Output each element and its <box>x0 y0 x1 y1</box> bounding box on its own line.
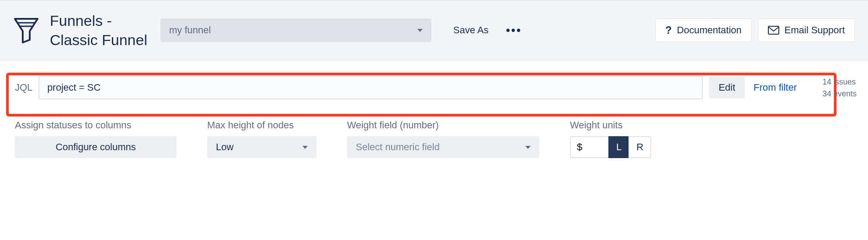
funnel-select-value: my funnel <box>169 25 211 36</box>
title-line1: Funnels - <box>50 11 147 30</box>
mail-icon <box>768 26 779 35</box>
max-height-value: Low <box>216 141 233 153</box>
edit-button[interactable]: Edit <box>709 77 745 99</box>
weight-field-label: Weight field (number) <box>347 120 539 131</box>
weight-units-control: L R <box>570 136 651 158</box>
page-title: Funnels - Classic Funnel <box>50 11 147 49</box>
assign-statuses-label: Assign statuses to columns <box>15 120 177 131</box>
weight-field-group: Weight field (number) Select numeric fie… <box>347 120 539 158</box>
email-support-label: Email Support <box>785 25 845 36</box>
title-line2: Classic Funnel <box>50 30 147 49</box>
assign-statuses-group: Assign statuses to columns Configure col… <box>15 120 177 158</box>
jql-row: JQL Edit From filter <box>13 76 855 99</box>
chevron-down-icon <box>417 29 423 32</box>
weight-field-select[interactable]: Select numeric field <box>347 136 539 158</box>
controls-row: Assign statuses to columns Configure col… <box>13 120 855 158</box>
question-icon: ? <box>665 24 672 36</box>
max-height-group: Max height of nodes Low <box>207 120 316 158</box>
save-as-button[interactable]: Save As <box>453 25 489 36</box>
max-height-label: Max height of nodes <box>207 120 316 131</box>
max-height-select[interactable]: Low <box>207 136 316 158</box>
unit-symbol-input[interactable] <box>570 136 609 158</box>
header-right: ? Documentation Email Support <box>655 18 855 42</box>
jql-input[interactable] <box>38 76 703 99</box>
content-area: 14 issues 34 events JQL Edit From filter… <box>0 60 868 171</box>
svg-rect-2 <box>768 26 779 34</box>
documentation-button[interactable]: ? Documentation <box>655 18 752 42</box>
title-block: Funnels - Classic Funnel <box>13 11 147 49</box>
email-support-button[interactable]: Email Support <box>758 18 855 42</box>
weight-units-label: Weight units <box>570 120 651 131</box>
configure-columns-button[interactable]: Configure columns <box>15 136 177 158</box>
funnel-select[interactable]: my funnel <box>160 18 431 42</box>
weight-units-group: Weight units L R <box>570 120 651 158</box>
from-filter-link[interactable]: From filter <box>753 82 797 93</box>
documentation-label: Documentation <box>677 25 742 36</box>
app-header: Funnels - Classic Funnel my funnel Save … <box>0 0 868 60</box>
weight-field-placeholder: Select numeric field <box>356 141 440 153</box>
unit-position-left[interactable]: L <box>608 136 629 158</box>
chevron-down-icon <box>525 146 531 149</box>
funnel-icon <box>13 16 39 44</box>
unit-position-right[interactable]: R <box>628 136 651 158</box>
jql-label: JQL <box>13 82 32 93</box>
chevron-down-icon <box>302 146 308 149</box>
more-menu-button[interactable]: ••• <box>506 24 522 37</box>
